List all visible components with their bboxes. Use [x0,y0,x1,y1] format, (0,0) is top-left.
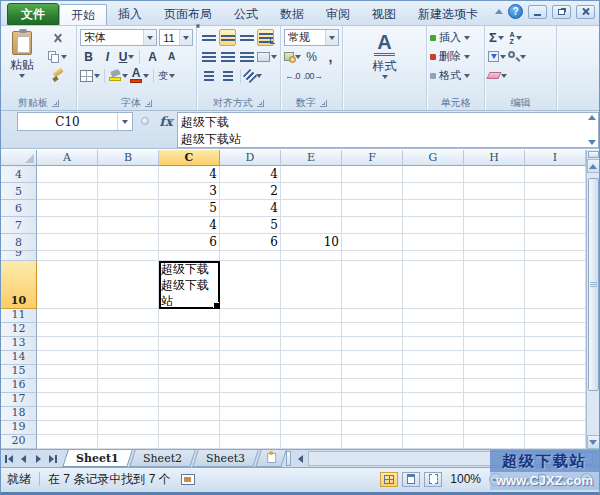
sheet-tab-Sheet2[interactable]: Sheet2 [129,450,196,467]
cell-C12[interactable] [159,323,220,337]
orientation-button[interactable] [245,67,262,84]
cell-E4[interactable] [281,166,342,183]
cell-F16[interactable] [342,379,403,393]
formula-bar-input[interactable]: 超级下载 超级下载站 [177,112,585,148]
minimize-button[interactable] [528,5,547,19]
paste-dropdown-caret-icon[interactable] [19,74,25,78]
cell-E20[interactable] [281,435,342,449]
formula-scroll-up-icon[interactable] [588,115,596,120]
cell-G17[interactable] [403,393,464,407]
paste-button[interactable]: 粘贴 [4,28,40,78]
cell-F6[interactable] [342,200,403,217]
page-layout-view-button[interactable] [402,472,420,487]
cell-E14[interactable] [281,351,342,365]
cell-F4[interactable] [342,166,403,183]
cell-I12[interactable] [525,323,586,337]
cell-I4[interactable] [525,166,586,183]
cell-B9[interactable] [98,251,159,261]
cut-button[interactable] [42,30,73,47]
macro-record-icon[interactable] [181,474,195,485]
grow-font-button[interactable]: A [144,48,161,65]
cell-D14[interactable] [220,351,281,365]
decrease-decimal-button[interactable]: .00→ [303,67,323,84]
tab-数据[interactable]: 数据 [269,4,315,25]
row-header-6[interactable]: 6 [1,200,37,217]
cell-F13[interactable] [342,337,403,351]
cell-C16[interactable] [159,379,220,393]
cell-C10[interactable]: 超级下载 超级下载站 [159,261,220,309]
cell-E7[interactable] [281,217,342,234]
number-dialog-launcher-icon[interactable] [320,100,327,107]
cell-C13[interactable] [159,337,220,351]
cell-F11[interactable] [342,309,403,323]
cell-I15[interactable] [525,365,586,379]
row-header-5[interactable]: 5 [1,183,37,200]
column-header-C[interactable]: C [159,150,220,166]
cell-I6[interactable] [525,200,586,217]
copy-button[interactable] [42,48,73,65]
cell-A13[interactable] [37,337,98,351]
cell-D12[interactable] [220,323,281,337]
cell-D18[interactable] [220,407,281,421]
cell-G16[interactable] [403,379,464,393]
cell-B12[interactable] [98,323,159,337]
previous-sheet-button[interactable] [16,450,31,467]
name-box[interactable]: C10 [17,112,133,131]
row-header-18[interactable]: 18 [1,407,37,421]
cell-G20[interactable] [403,435,464,449]
delete-cells-button[interactable]: 删除 [430,47,481,66]
cell-A20[interactable] [37,435,98,449]
cell-G14[interactable] [403,351,464,365]
vertical-scroll-track[interactable] [587,173,600,435]
tab-插入[interactable]: 插入 [107,4,153,25]
page-break-view-button[interactable] [424,472,442,487]
cell-I5[interactable] [525,183,586,200]
accounting-format-button[interactable] [284,48,301,65]
vertical-scrollbar[interactable] [586,150,599,449]
vertical-scroll-thumb[interactable] [588,178,599,391]
increase-indent-button[interactable] [219,67,236,84]
cell-B16[interactable] [98,379,159,393]
cell-H12[interactable] [464,323,525,337]
shrink-font-button[interactable]: A [163,48,180,65]
cell-E12[interactable] [281,323,342,337]
cell-F20[interactable] [342,435,403,449]
styles-button[interactable]: A 样式 [363,31,407,79]
close-button[interactable] [576,5,595,19]
bold-button[interactable]: B [80,48,97,65]
cell-E5[interactable] [281,183,342,200]
cell-E15[interactable] [281,365,342,379]
formula-scroll-down-icon[interactable] [588,140,596,145]
cell-H8[interactable] [464,234,525,251]
cell-D16[interactable] [220,379,281,393]
row-header-10[interactable]: 10 [1,261,37,309]
row-header-15[interactable]: 15 [1,365,37,379]
cell-E17[interactable] [281,393,342,407]
cell-H18[interactable] [464,407,525,421]
cell-D19[interactable] [220,421,281,435]
cell-E10[interactable] [281,261,342,309]
cell-A8[interactable] [37,234,98,251]
fill-button[interactable] [488,48,506,65]
cell-F12[interactable] [342,323,403,337]
cell-D4[interactable]: 4 [220,166,281,183]
cell-G12[interactable] [403,323,464,337]
cell-I7[interactable] [525,217,586,234]
cell-B18[interactable] [98,407,159,421]
cell-B13[interactable] [98,337,159,351]
cell-H9[interactable] [464,251,525,261]
cell-A9[interactable] [37,251,98,261]
cell-D9[interactable] [220,251,281,261]
cell-D20[interactable] [220,435,281,449]
cell-B7[interactable] [98,217,159,234]
font-name-combo[interactable]: 宋体 [80,29,157,46]
cell-B10[interactable] [98,261,159,309]
cell-C4[interactable]: 4 [159,166,220,183]
cell-A18[interactable] [37,407,98,421]
cell-C11[interactable] [159,309,220,323]
tab-公式[interactable]: 公式 [223,4,269,25]
cell-G11[interactable] [403,309,464,323]
clipboard-dialog-launcher-icon[interactable] [52,100,59,107]
row-header-13[interactable]: 13 [1,337,37,351]
sheet-tab-Sheet3[interactable]: Sheet3 [192,450,259,467]
